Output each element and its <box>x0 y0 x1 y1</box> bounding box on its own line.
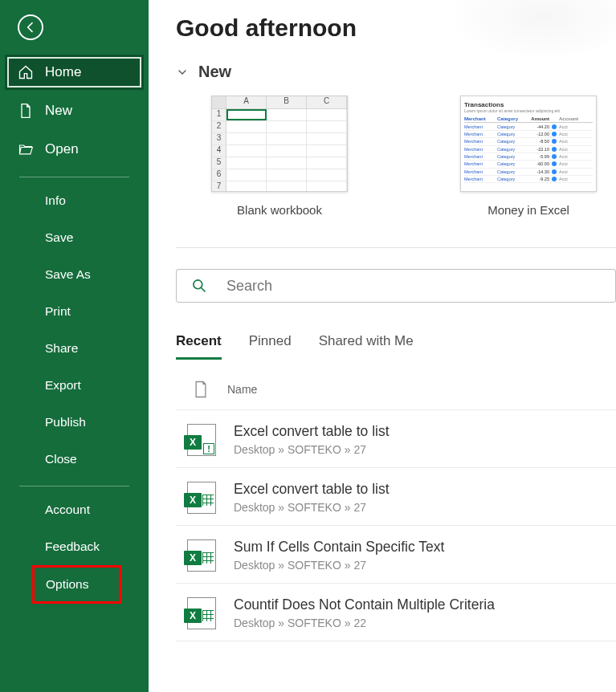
search-box[interactable] <box>176 269 616 303</box>
file-path: Desktop » SOFTEKO » 22 <box>234 617 495 629</box>
file-name: Sum If Cells Contain Specific Text <box>234 539 444 556</box>
template-money-in-excel[interactable]: Transactions Lorem ipsum dolor sit amet … <box>460 96 597 217</box>
sidebar-item-label: Feedback <box>45 539 100 554</box>
sidebar-divider <box>19 486 129 486</box>
sidebar-item-label: Home <box>45 64 81 80</box>
sidebar-item-label: Publish <box>45 415 86 429</box>
chevron-down-icon <box>176 66 189 79</box>
sidebar-item-export[interactable]: Export <box>0 367 149 404</box>
sidebar-item-close[interactable]: Close <box>0 441 149 478</box>
file-name: Countif Does Not Contain Multiple Criter… <box>234 596 495 613</box>
file-path: Desktop » SOFTEKO » 27 <box>234 559 444 572</box>
sidebar-item-open[interactable]: Open <box>0 130 149 169</box>
divider <box>176 247 616 248</box>
sidebar-item-share[interactable]: Share <box>0 330 149 367</box>
decorative-swoosh <box>439 0 616 64</box>
home-icon <box>18 64 34 80</box>
excel-file-icon: X! <box>187 424 216 456</box>
file-name: Excel convert table to list <box>234 481 390 498</box>
template-label: Blank workbook <box>237 203 322 217</box>
sidebar-item-print[interactable]: Print <box>0 293 149 330</box>
sidebar-item-saveas[interactable]: Save As <box>0 256 149 293</box>
new-section-header[interactable]: New <box>176 63 616 81</box>
file-row[interactable]: X Excel convert table to list Desktop » … <box>176 468 616 526</box>
main-panel: Good afternoon New ABC 1 2 3 4 5 6 7 Bla… <box>149 0 616 692</box>
template-blank-workbook[interactable]: ABC 1 2 3 4 5 6 7 Blank workbook <box>211 96 348 217</box>
excel-file-icon: X <box>187 482 216 514</box>
file-path: Desktop » SOFTEKO » 27 <box>234 501 390 514</box>
folder-open-icon <box>18 141 34 157</box>
search-input[interactable] <box>226 278 601 295</box>
file-row[interactable]: X! Excel convert table to list Desktop »… <box>176 410 616 468</box>
file-tabs: Recent Pinned Shared with Me <box>176 333 616 360</box>
sidebar-item-label: Save <box>45 230 73 245</box>
sidebar-item-label: Close <box>45 452 77 466</box>
excel-file-icon: X <box>187 539 216 572</box>
file-path: Desktop » SOFTEKO » 27 <box>234 443 390 456</box>
sidebar-item-home[interactable]: Home <box>5 55 144 90</box>
document-icon <box>194 381 208 398</box>
sidebar-item-label: Info <box>45 193 66 208</box>
sidebar-item-label: Save As <box>45 267 91 282</box>
document-icon <box>18 103 34 119</box>
sidebar-secondary-group-2: Account Feedback Options <box>0 491 149 609</box>
file-list-header: Name <box>176 369 616 410</box>
column-header-name: Name <box>227 383 257 396</box>
sidebar-item-save[interactable]: Save <box>0 219 149 256</box>
sidebar-item-new[interactable]: New <box>0 92 149 130</box>
sidebar-item-options[interactable]: Options <box>32 565 121 604</box>
file-name: Excel convert table to list <box>234 423 390 440</box>
svg-line-1 <box>202 288 206 292</box>
sidebar-item-label: Open <box>45 141 79 157</box>
sidebar-item-label: New <box>45 103 72 119</box>
sidebar-item-publish[interactable]: Publish <box>0 404 149 441</box>
tab-pinned[interactable]: Pinned <box>249 333 292 360</box>
sidebar-item-label: Account <box>45 503 90 517</box>
sidebar-item-feedback[interactable]: Feedback <box>0 528 149 565</box>
sidebar-item-label: Print <box>45 304 71 319</box>
sidebar-item-label: Share <box>45 341 78 356</box>
arrow-left-icon <box>24 21 37 34</box>
file-row[interactable]: X Countif Does Not Contain Multiple Crit… <box>176 584 616 641</box>
file-row[interactable]: X Sum If Cells Contain Specific Text Des… <box>176 526 616 584</box>
back-button[interactable] <box>18 14 43 40</box>
template-thumbnail: ABC 1 2 3 4 5 6 7 <box>211 96 348 192</box>
sidebar-divider <box>19 177 129 177</box>
tab-recent[interactable]: Recent <box>176 333 222 360</box>
sidebar-item-label: Export <box>45 378 81 393</box>
section-title: New <box>198 63 231 81</box>
template-gallery: ABC 1 2 3 4 5 6 7 Blank workbook Transac… <box>176 96 616 217</box>
svg-point-0 <box>194 280 202 289</box>
sidebar-secondary-group-1: Info Save Save As Print Share Export Pub… <box>0 182 149 478</box>
sidebar-item-label: Options <box>46 577 88 592</box>
excel-file-icon: X <box>187 597 216 629</box>
template-thumbnail: Transactions Lorem ipsum dolor sit amet … <box>460 96 597 192</box>
sidebar-item-account[interactable]: Account <box>0 491 149 528</box>
sidebar-item-info[interactable]: Info <box>0 182 149 219</box>
template-label: Money in Excel <box>487 203 569 217</box>
backstage-sidebar: Home New Open Info Save Save As Print Sh… <box>0 0 149 692</box>
search-icon <box>191 278 207 294</box>
tab-shared[interactable]: Shared with Me <box>319 333 414 360</box>
